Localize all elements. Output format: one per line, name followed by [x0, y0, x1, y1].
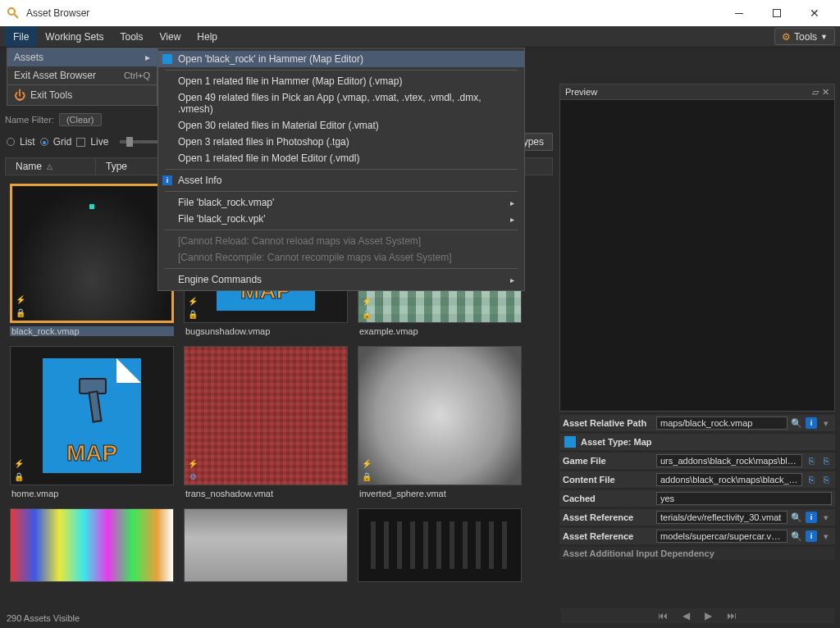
asset-relative-path-value[interactable]: maps/black_rock.vmap [656, 416, 788, 430]
map-icon [564, 436, 576, 448]
prop-asset-ref-2: Asset Reference models/supercar/supercar… [559, 528, 835, 544]
maximize-button[interactable] [758, 0, 796, 26]
assets-submenu: Open 'black_rock' in Hammer (Map Editor)… [158, 48, 525, 291]
asset-item[interactable] [358, 508, 522, 582]
asset-ref-value[interactable]: terials/dev/reflectivity_30.vmat [656, 511, 788, 524]
info-icon[interactable]: i [806, 530, 817, 542]
asset-item[interactable]: ⚡🔒 black_rock.vmap [10, 184, 174, 336]
menubar: File Working Sets Tools View Help ⚙ Tool… [0, 26, 840, 48]
clear-filter-button[interactable]: (Clear) [59, 113, 102, 126]
nav-last-icon[interactable]: ⏭ [727, 610, 737, 621]
svg-point-0 [8, 8, 15, 15]
info-icon[interactable]: i [806, 417, 817, 429]
search-icon[interactable]: 🔍 [791, 417, 802, 429]
game-file-value[interactable]: urs_addons\black_rock\maps\black_rock.vp… [656, 454, 802, 467]
lock-icon: 🔒 [13, 471, 25, 482]
close-button[interactable]: ✕ [796, 0, 833, 26]
grid-radio[interactable] [40, 138, 48, 146]
menu-tools[interactable]: Tools [112, 26, 151, 47]
sm-open-3[interactable]: Open 3 related files in Photoshop (.tga) [158, 134, 524, 150]
gear-icon: ⚙ [187, 471, 199, 482]
tools-dropdown[interactable]: ⚙ Tools ▼ [774, 28, 835, 45]
asset-thumb: MAP ⚡🔒 [10, 346, 174, 485]
preview-title: Preview [565, 87, 812, 97]
sm-open-1-model[interactable]: Open 1 related file in Model Editor (.vm… [158, 150, 524, 166]
asset-item[interactable] [184, 508, 348, 582]
menu-help[interactable]: Help [189, 26, 226, 47]
bolt-icon: ⚡ [361, 295, 372, 307]
sm-open-30[interactable]: Open 30 related files in Material Editor… [158, 117, 524, 134]
asset-item[interactable]: ⚡⚙ trans_noshadow.vmat [184, 346, 348, 498]
asset-item[interactable]: MAP ⚡🔒 home.vmap [10, 346, 174, 498]
copy-icon[interactable]: ⎘ [820, 455, 832, 466]
bolt-icon: ⚡ [187, 457, 199, 469]
chevron-right-icon: ▸ [510, 215, 514, 224]
copy-icon[interactable]: ⎘ [806, 474, 817, 485]
bolt-icon: ⚡ [361, 457, 372, 469]
svg-rect-2 [162, 54, 172, 64]
nav-prev-icon[interactable]: ◀ [682, 610, 690, 621]
prop-asset-additional: Asset Additional Input Dependency [559, 547, 835, 560]
preview-viewport [559, 100, 835, 412]
file-exit-browser[interactable]: Exit Asset Browser Ctrl+Q [7, 66, 157, 84]
col-type[interactable]: Type [96, 158, 162, 175]
file-exit-tools[interactable]: ⏻Exit Tools [7, 84, 157, 105]
titlebar: Asset Browser ✕ [0, 0, 840, 26]
asset-item[interactable] [10, 508, 174, 582]
prop-asset-ref-1: Asset Reference terials/dev/reflectivity… [559, 509, 835, 526]
bolt-icon: ⚡ [13, 457, 25, 469]
sm-file-vpk[interactable]: File 'black_rock.vpk'▸ [158, 211, 524, 227]
asset-thumb [358, 508, 522, 582]
copy-icon[interactable]: ⎘ [820, 474, 832, 485]
copy-icon[interactable]: ⎘ [806, 455, 817, 466]
prop-cached: Cached yes [559, 490, 835, 507]
file-assets[interactable]: Assets ▸ [7, 48, 157, 66]
nav-next-icon[interactable]: ▶ [705, 610, 712, 621]
prop-asset-type: Asset Type: Map [559, 434, 835, 450]
gear-icon: ⚙ [782, 31, 791, 43]
sm-asset-info[interactable]: i Asset Info [158, 172, 524, 189]
asset-thumb: ⚡🔒 [10, 184, 174, 323]
search-icon[interactable]: 🔍 [791, 530, 802, 542]
asset-label: inverted_sphere.vmat [358, 489, 522, 498]
asset-ref-value[interactable]: models/supercar/supercar.vmdl [656, 530, 788, 543]
menu-working-sets[interactable]: Working Sets [37, 26, 112, 47]
list-radio[interactable] [7, 138, 15, 146]
col-name[interactable]: Name△ [6, 158, 96, 175]
live-checkbox[interactable] [76, 138, 85, 147]
menu-view[interactable]: View [152, 26, 189, 47]
minimize-button[interactable] [720, 0, 758, 26]
asset-thumb: ⚡🔒 [358, 346, 522, 485]
name-filter-row: Name Filter: (Clear) [5, 113, 102, 126]
asset-label: trans_noshadow.vmat [184, 489, 348, 498]
close-icon[interactable]: ✕ [822, 87, 829, 98]
undock-icon[interactable]: ▱ [812, 87, 819, 98]
sm-open-1-hammer[interactable]: Open 1 related file in Hammer (Map Edito… [158, 73, 524, 89]
expand-icon[interactable]: ▾ [820, 512, 832, 523]
prop-game-file: Game File urs_addons\black_rock\maps\bla… [559, 453, 835, 469]
sm-file-vmap[interactable]: File 'black_rock.vmap'▸ [158, 194, 524, 211]
chevron-right-icon: ▸ [510, 198, 514, 207]
expand-icon[interactable]: ▾ [820, 417, 832, 429]
info-icon[interactable]: i [806, 512, 817, 523]
asset-label: home.vmap [10, 489, 174, 498]
nav-first-icon[interactable]: ⏮ [658, 610, 668, 621]
asset-item[interactable]: ⚡🔒 inverted_sphere.vmat [358, 346, 522, 498]
tools-dropdown-label: Tools [794, 31, 817, 43]
content-file-value[interactable]: addons\black_rock\maps\black_rock.vmap [656, 473, 802, 486]
app-icon [7, 7, 20, 20]
sm-cannot-recompile: [Cannot Recompile: Cannot recompile maps… [158, 249, 524, 266]
cached-value[interactable]: yes [656, 492, 832, 505]
lock-icon: 🔒 [187, 308, 199, 320]
search-icon[interactable]: 🔍 [791, 512, 802, 523]
sm-open-49[interactable]: Open 49 related files in Pick an App (.v… [158, 89, 524, 117]
sm-engine-commands[interactable]: Engine Commands▸ [158, 271, 524, 288]
power-icon: ⏻ [14, 89, 25, 102]
preview-header: Preview ▱ ✕ [559, 84, 835, 100]
menu-file[interactable]: File [5, 26, 37, 47]
expand-icon[interactable]: ▾ [820, 530, 832, 542]
status-text: 290 Assets Visible [7, 613, 80, 623]
sm-open-hammer[interactable]: Open 'black_rock' in Hammer (Map Editor) [158, 51, 524, 67]
hammer-icon [162, 53, 173, 65]
window-title: Asset Browser [26, 7, 720, 19]
